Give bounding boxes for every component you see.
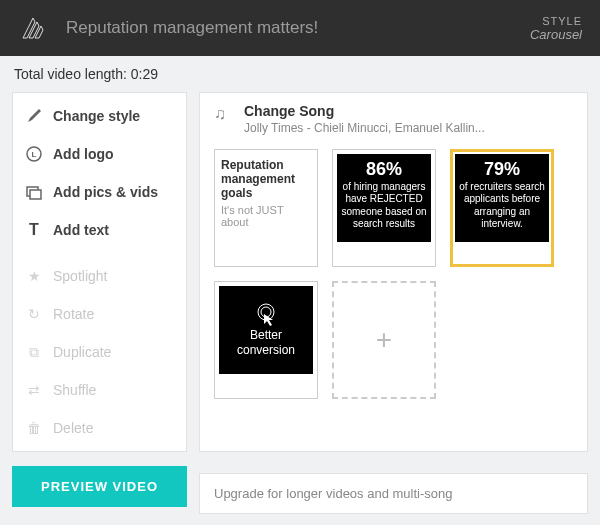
song-subtitle: Jolly Times - Chieli Minucci, Emanuel Ka… [244,121,485,135]
slide-1[interactable]: Reputation management goals It's not JUS… [214,149,318,267]
slide-2[interactable]: 86% of hiring managers have REJECTED som… [332,149,436,267]
slide-3[interactable]: 79% of recruiters search applicants befo… [450,149,554,267]
page-title: Reputation management matters! [66,18,530,38]
svg-rect-3 [30,190,41,199]
logo-icon: L [25,145,43,163]
svg-text:T: T [29,221,39,238]
plus-icon: + [376,324,392,356]
style-label: STYLE [530,15,582,27]
add-logo-button[interactable]: L Add logo [13,135,186,173]
change-song[interactable]: ♫ Change Song Jolly Times - Chieli Minuc… [214,103,573,135]
sidebar: Change style L Add logo Add pics & vids … [12,92,187,452]
svg-text:L: L [32,150,37,159]
rotate-button: ↻Rotate [13,295,186,333]
style-selector[interactable]: STYLE Carousel [530,15,582,42]
upgrade-banner[interactable]: Upgrade for longer videos and multi-song [199,473,588,514]
star-icon: ★ [25,267,43,285]
shuffle-button: ⇄Shuffle [13,371,186,409]
duplicate-button: ⧉Duplicate [13,333,186,371]
style-value: Carousel [530,27,582,42]
brush-icon [25,107,43,125]
song-title: Change Song [244,103,485,119]
slides-grid: Reputation management goals It's not JUS… [214,149,573,399]
rotate-icon: ↻ [25,305,43,323]
trash-icon: 🗑 [25,419,43,437]
pics-icon [25,183,43,201]
shuffle-icon: ⇄ [25,381,43,399]
slide-4[interactable]: Better conversion [214,281,318,399]
preview-video-button[interactable]: PREVIEW VIDEO [12,466,187,507]
pointer-icon [253,302,279,328]
duplicate-icon: ⧉ [25,343,43,361]
spotlight-button: ★Spotlight [13,257,186,295]
video-length: Total video length: 0:29 [0,56,600,92]
add-pics-button[interactable]: Add pics & vids [13,173,186,211]
content-panel: ♫ Change Song Jolly Times - Chieli Minuc… [199,92,588,452]
header: Reputation management matters! STYLE Car… [0,0,600,56]
music-icon: ♫ [214,103,234,135]
add-slide-button[interactable]: + [332,281,436,399]
add-text-button[interactable]: T Add text [13,211,186,249]
change-style-button[interactable]: Change style [13,97,186,135]
app-logo-icon [18,13,48,43]
delete-button: 🗑Delete [13,409,186,447]
text-icon: T [25,221,43,239]
